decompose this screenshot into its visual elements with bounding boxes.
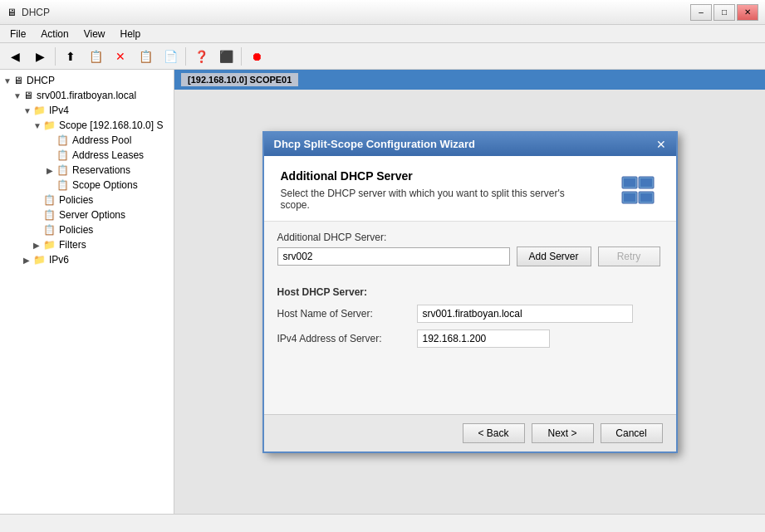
additional-server-row: Add Server Retry xyxy=(277,246,663,266)
cancel-button[interactable]: Cancel xyxy=(601,423,663,443)
additional-server-label: Additional DHCP Server: xyxy=(277,232,663,243)
ipv4-addr-label: IPv4 Address of Server: xyxy=(277,333,410,344)
addr-pool-label: Address Pool xyxy=(72,134,131,146)
menu-help[interactable]: Help xyxy=(114,27,148,41)
next-button[interactable]: Next > xyxy=(532,423,594,443)
tree-item-policies-scope[interactable]: 📋 Policies xyxy=(0,193,174,207)
wizard-header-text: Additional DHCP Server Select the DHCP s… xyxy=(281,169,596,211)
tree-item-server-options[interactable]: 📋 Server Options xyxy=(0,207,174,222)
ipv4-icon: 📁 xyxy=(33,105,46,116)
tree-item-scope[interactable]: ▼ 📁 Scope [192.168.10.0] S xyxy=(0,118,174,133)
toolbar-sep-3 xyxy=(241,47,242,66)
wizard-title-text: Dhcp Split-Scope Configuration Wizard xyxy=(274,138,476,150)
wizard-content: Additional DHCP Server: Add Server Retry… xyxy=(264,222,676,414)
filters-label: Filters xyxy=(59,239,86,251)
wizard-title-bar: Dhcp Split-Scope Configuration Wizard ✕ xyxy=(264,133,676,156)
toolbar-help[interactable]: ❓ xyxy=(189,46,213,67)
dhcp-label: DHCP xyxy=(27,75,55,86)
reservations-label: Reservations xyxy=(72,164,130,176)
policies-root-icon: 📋 xyxy=(43,224,56,236)
modal-backdrop: Dhcp Split-Scope Configuration Wizard ✕ … xyxy=(174,70,765,514)
additional-server-input[interactable] xyxy=(277,247,510,266)
toolbar-up[interactable]: ⬆ xyxy=(59,46,82,67)
toolbar: ◀ ▶ ⬆ 📋 ✕ 📋 📄 ❓ ⬛ ⏺ xyxy=(0,43,765,70)
tree-item-srv001[interactable]: ▼ 🖥 srv001.firatboyan.local xyxy=(0,88,174,103)
ipv4-label: IPv4 xyxy=(49,105,69,116)
tree-item-address-pool[interactable]: 📋 Address Pool xyxy=(0,133,174,148)
addr-leases-label: Address Leases xyxy=(72,149,144,161)
policies-scope-label: Policies xyxy=(59,194,93,206)
tree-item-ipv6[interactable]: ▶ 📁 IPv6 xyxy=(0,252,174,267)
toolbar-properties[interactable]: 📋 xyxy=(134,46,157,67)
expand-ipv6: ▶ xyxy=(23,256,33,265)
toolbar-forward[interactable]: ▶ xyxy=(28,46,51,67)
tree-item-address-leases[interactable]: 📋 Address Leases xyxy=(0,148,174,163)
add-server-button[interactable]: Add Server xyxy=(517,246,591,266)
minimize-button[interactable]: – xyxy=(690,4,712,21)
toolbar-refresh[interactable]: 📄 xyxy=(159,46,182,67)
addr-pool-icon: 📋 xyxy=(56,134,69,146)
expand-scope: ▼ xyxy=(33,121,43,130)
svg-rect-3 xyxy=(640,178,652,187)
ipv4-row: IPv4 Address of Server: 192.168.1.200 xyxy=(277,329,663,348)
server-options-label: Server Options xyxy=(59,209,125,221)
srv001-label: srv001.firatboyan.local xyxy=(37,90,136,101)
right-panel: [192.168.10.0] SCOPE01 Dhcp Split-Scope … xyxy=(174,70,765,514)
toolbar-record[interactable]: ⏺ xyxy=(245,46,268,67)
spacer xyxy=(277,276,663,286)
tree-item-policies-root[interactable]: 📋 Policies xyxy=(0,222,174,237)
menu-view[interactable]: View xyxy=(77,27,112,41)
tree-item-filters[interactable]: ▶ 📁 Filters xyxy=(0,237,174,252)
tree-panel: ▼ 🖥 DHCP ▼ 🖥 srv001.firatboyan.local ▼ 📁… xyxy=(0,70,174,514)
toolbar-back[interactable]: ◀ xyxy=(3,46,27,67)
wizard-section-title: Additional DHCP Server xyxy=(281,169,596,183)
toolbar-sep-2 xyxy=(185,47,186,66)
scope-options-icon: 📋 xyxy=(56,179,69,191)
additional-server-group: Additional DHCP Server: Add Server Retry xyxy=(277,232,663,266)
main-area: ▼ 🖥 DHCP ▼ 🖥 srv001.firatboyan.local ▼ 📁… xyxy=(0,70,765,514)
window-title: DHCP xyxy=(22,7,50,18)
app-icon: 🖥 xyxy=(7,7,17,18)
svg-rect-5 xyxy=(624,193,635,202)
host-name-label: Host Name of Server: xyxy=(277,308,410,320)
wizard-header-icon xyxy=(618,169,660,211)
ipv4-addr-value: 192.168.1.200 xyxy=(417,329,550,348)
wizard-dialog: Dhcp Split-Scope Configuration Wizard ✕ … xyxy=(262,131,678,453)
expand-ipv4: ▼ xyxy=(23,106,33,115)
wizard-header: Additional DHCP Server Select the DHCP s… xyxy=(264,156,676,222)
svg-rect-7 xyxy=(640,193,652,202)
scope-options-label: Scope Options xyxy=(72,179,138,191)
menu-file[interactable]: File xyxy=(3,27,32,41)
expand-dhcp: ▼ xyxy=(3,76,13,85)
tree-item-reservations[interactable]: ▶ 📋 Reservations xyxy=(0,163,174,178)
expand-reservations: ▶ xyxy=(47,166,56,175)
addr-leases-icon: 📋 xyxy=(56,149,69,161)
close-button[interactable]: ✕ xyxy=(737,4,758,21)
expand-srv001: ▼ xyxy=(13,91,23,100)
toolbar-sep-1 xyxy=(55,47,56,66)
tree-item-dhcp[interactable]: ▼ 🖥 DHCP xyxy=(0,73,174,88)
wizard-body: Additional DHCP Server Select the DHCP s… xyxy=(264,156,676,451)
retry-button[interactable]: Retry xyxy=(598,246,660,266)
toolbar-console[interactable]: ⬛ xyxy=(214,46,238,67)
scope-label: Scope [192.168.10.0] S xyxy=(59,120,163,131)
menu-action[interactable]: Action xyxy=(34,27,75,41)
policies-scope-icon: 📋 xyxy=(43,194,56,206)
wizard-close-button[interactable]: ✕ xyxy=(656,138,666,151)
title-bar-left: 🖥 DHCP xyxy=(7,7,50,18)
tree-item-ipv4[interactable]: ▼ 📁 IPv4 xyxy=(0,103,174,118)
reservations-icon: 📋 xyxy=(56,164,69,176)
ipv6-label: IPv6 xyxy=(49,254,69,266)
tree-item-scope-options[interactable]: 📋 Scope Options xyxy=(0,178,174,193)
toolbar-copy[interactable]: 📋 xyxy=(84,46,107,67)
server-options-icon: 📋 xyxy=(43,209,56,221)
maximize-button[interactable]: □ xyxy=(714,4,735,21)
menu-bar: File Action View Help xyxy=(0,25,765,43)
filters-icon: 📁 xyxy=(43,239,56,251)
dhcp-icon: 🖥 xyxy=(13,75,23,86)
toolbar-delete[interactable]: ✕ xyxy=(109,46,132,67)
title-bar: 🖥 DHCP – □ ✕ xyxy=(0,0,765,25)
back-button[interactable]: < Back xyxy=(463,423,525,443)
title-bar-controls: – □ ✕ xyxy=(690,4,758,21)
srv001-icon: 🖥 xyxy=(23,90,33,101)
